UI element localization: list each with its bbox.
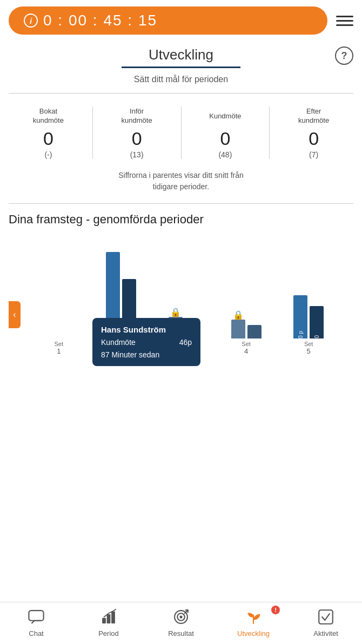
bar-5b: 0: [310, 306, 324, 338]
hamburger-line-3: [336, 24, 353, 26]
svg-rect-2: [107, 614, 111, 623]
nav-item-resultat[interactable]: Resultat: [145, 607, 217, 638]
stats-note: Siffrorna i parentes visar ditt snitt fr…: [0, 163, 362, 203]
hamburger-line-2: [336, 20, 353, 22]
chat-icon: [26, 607, 46, 627]
lock-icon-3: 🔒: [170, 307, 181, 317]
chart-tooltip: Hans Sundström Kundmöte 46p 87 Minuter s…: [92, 318, 200, 366]
bar-group-5: 0 p 0 Set 5: [280, 241, 337, 355]
title-underline: [122, 67, 240, 68]
nav-label-period: Period: [98, 629, 119, 638]
nav-label-utveckling: Utveckling: [237, 629, 270, 638]
lock-icon-4: 🔒: [233, 310, 244, 320]
aktivitet-check-icon: [316, 607, 336, 627]
resultat-target-icon: [171, 607, 191, 627]
stats-section: Bokatkundmöte 0 (-) Införkundmöte 0 (13)…: [0, 94, 362, 163]
nav-label-resultat: Resultat: [168, 629, 194, 638]
nav-item-utveckling[interactable]: ! Utveckling: [217, 607, 290, 638]
set-num-4: 4: [244, 347, 248, 355]
bar-wrapper-4: 🔒: [231, 241, 262, 338]
nav-label-aktivitet: Aktivitet: [313, 629, 338, 638]
timer-info-icon[interactable]: i: [24, 14, 38, 28]
stat-value-efter: 0: [272, 128, 356, 149]
utveckling-growth-icon: [243, 607, 264, 627]
bar-4b: [247, 325, 262, 338]
bar-4a: 🔒: [231, 320, 245, 338]
chart-area: ‹ Set 1 249 p 0: [9, 231, 353, 399]
set-num-1: 1: [57, 347, 61, 355]
nav-item-period[interactable]: Period: [72, 607, 145, 638]
stat-avg-efter: (7): [272, 150, 356, 159]
nav-item-aktivitet[interactable]: Aktivitet: [290, 607, 362, 638]
hamburger-line-1: [336, 16, 353, 17]
svg-point-7: [179, 615, 182, 618]
stat-value-bokat: 0: [6, 128, 90, 149]
bar-wrapper-1: [44, 241, 74, 338]
stat-infor-kundmote: Införkundmöte 0 (13): [93, 107, 182, 159]
set-label-1: Set: [55, 341, 64, 347]
progress-title: Dina framsteg - genomförda perioder: [9, 213, 353, 227]
page-title: Utveckling: [9, 47, 353, 63]
hamburger-menu[interactable]: [336, 16, 353, 26]
svg-rect-11: [319, 610, 333, 624]
badge-exclamation: !: [274, 607, 277, 613]
section-title-area: Utveckling ?: [0, 41, 362, 70]
stat-bokat-kundmote: Bokatkundmöte 0 (-): [4, 107, 93, 159]
bar-5a: 0 p: [293, 295, 307, 338]
stat-label-infor: Införkundmöte: [95, 107, 179, 126]
set-label-5: Set: [304, 341, 313, 347]
stat-avg-kundmote: (48): [184, 150, 267, 159]
tooltip-time: 87 Minuter sedan: [101, 349, 192, 361]
tooltip-meeting-value: 46p: [179, 336, 192, 348]
tooltip-name: Hans Sundström: [101, 323, 192, 336]
period-chart-icon: [98, 607, 119, 627]
progress-section: Dina framsteg - genomförda perioder ‹ Se…: [0, 204, 362, 399]
nav-label-chat: Chat: [29, 629, 43, 638]
stat-value-infor: 0: [95, 128, 179, 149]
chart-left-arrow[interactable]: ‹: [9, 301, 21, 328]
stat-efter-kundmote: Efterkundmöte 0 (7): [270, 107, 358, 159]
set-num-5: 5: [307, 347, 311, 355]
stat-label-efter: Efterkundmöte: [272, 107, 356, 126]
tooltip-meeting-label: Kundmöte: [101, 336, 136, 348]
bar-group-4: 🔒 Set 4: [218, 241, 275, 355]
nav-item-chat[interactable]: Chat: [0, 607, 72, 638]
header: i 0 : 00 : 45 : 15: [0, 0, 362, 41]
bar-5a-label: 0 p: [298, 329, 304, 338]
bar-5b-label: 0: [314, 333, 320, 338]
stat-kundmote: Kundmöte 0 (48): [182, 107, 270, 159]
svg-rect-1: [102, 618, 106, 623]
timer-pill[interactable]: i 0 : 00 : 45 : 15: [9, 6, 327, 35]
bar-group-1: Set 1: [30, 241, 88, 355]
stat-label-bokat: Bokatkundmöte: [6, 107, 90, 126]
stat-avg-bokat: (-): [6, 150, 90, 159]
svg-rect-0: [29, 610, 43, 621]
svg-line-4: [114, 609, 116, 611]
svg-rect-3: [111, 612, 115, 623]
timer-display: 0 : 00 : 45 : 15: [43, 12, 157, 29]
bar-wrapper-5: 0 p 0: [293, 241, 324, 338]
nav-badge-utveckling: !: [271, 606, 280, 614]
stat-label-kundmote: Kundmöte: [184, 107, 267, 126]
stat-value-kundmote: 0: [184, 128, 267, 149]
set-label-4: Set: [242, 341, 251, 347]
page-subtitle: Sätt ditt mål för perioden: [0, 70, 362, 93]
stat-avg-infor: (13): [95, 150, 179, 159]
tooltip-row: Kundmöte 46p: [101, 336, 192, 348]
help-icon[interactable]: ?: [335, 47, 353, 65]
bottom-nav: Chat Period Resultat: [0, 602, 362, 644]
